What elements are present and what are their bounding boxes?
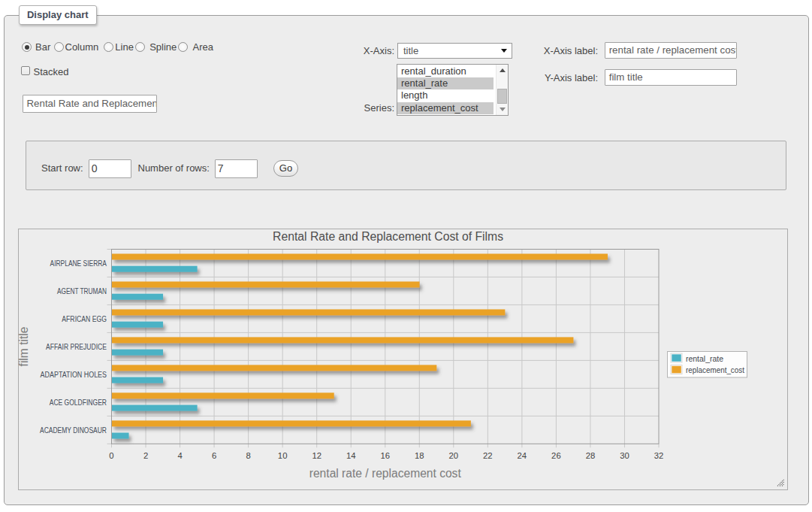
svg-text:20: 20 <box>449 451 459 460</box>
svg-text:4: 4 <box>177 451 182 460</box>
svg-text:0: 0 <box>109 451 113 460</box>
svg-text:AIRPLANE SIERRA: AIRPLANE SIERRA <box>50 259 107 268</box>
svg-text:ACE GOLDFINGER: ACE GOLDFINGER <box>50 398 107 407</box>
svg-text:22: 22 <box>483 451 493 460</box>
svg-text:30: 30 <box>620 451 629 460</box>
svg-text:rental_rate: rental_rate <box>686 354 723 363</box>
svg-text:12: 12 <box>312 451 321 460</box>
svg-text:AFFAIR PREJUDICE: AFFAIR PREJUDICE <box>46 343 107 351</box>
svg-text:8: 8 <box>246 451 250 460</box>
svg-text:16: 16 <box>380 451 390 460</box>
svg-text:24: 24 <box>518 451 527 460</box>
svg-text:10: 10 <box>278 451 288 460</box>
svg-text:26: 26 <box>551 451 561 460</box>
svg-text:2: 2 <box>143 451 148 460</box>
svg-text:AGENT TRUMAN: AGENT TRUMAN <box>57 287 107 295</box>
svg-text:ADAPTATION HOLES: ADAPTATION HOLES <box>41 371 107 379</box>
svg-text:18: 18 <box>415 451 424 460</box>
svg-text:replacement_cost: replacement_cost <box>686 365 744 374</box>
svg-text:rental rate / replacement cost: rental rate / replacement cost <box>309 467 462 480</box>
svg-text:ACADEMY DINOSAUR: ACADEMY DINOSAUR <box>40 426 107 435</box>
svg-text:AFRICAN EGG: AFRICAN EGG <box>62 315 107 323</box>
svg-text:32: 32 <box>654 451 664 460</box>
svg-text:14: 14 <box>346 451 356 460</box>
svg-text:Rental Rate and Replacement Co: Rental Rate and Replacement Cost of Film… <box>273 230 503 243</box>
svg-text:28: 28 <box>586 451 596 460</box>
svg-text:6: 6 <box>212 451 216 460</box>
